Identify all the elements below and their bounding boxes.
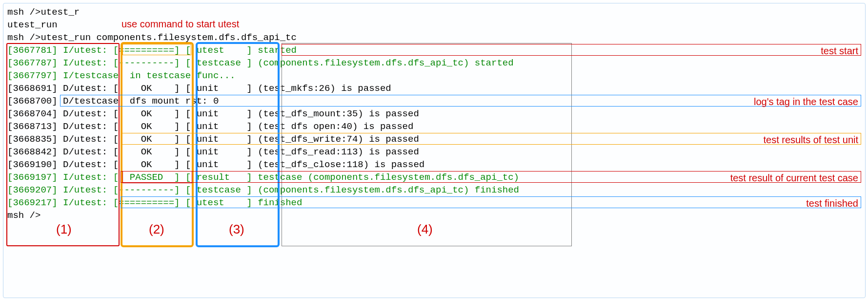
- prompt-line: msh />utest_r: [7, 6, 861, 19]
- col-label-1: (1): [56, 223, 72, 236]
- col-label-2: (2): [149, 223, 164, 236]
- col4-outline: [282, 43, 572, 246]
- annotation-start: test start: [821, 44, 858, 57]
- col3-outline: [196, 42, 280, 247]
- annotation-unit: test results of test unit: [763, 133, 858, 146]
- annotation-top: use command to start utest: [121, 18, 239, 30]
- terminal-frame: msh />utest_r utest_run msh />utest_run …: [3, 3, 866, 298]
- row-highlight-tag: [60, 95, 861, 107]
- annotation-finished: test finished: [806, 197, 858, 210]
- row-highlight-finished: [121, 196, 861, 208]
- col1-outline: [6, 43, 120, 246]
- col2-outline: [121, 42, 194, 247]
- status-highlight: [122, 44, 191, 55]
- annotation-result: test result of current test case: [730, 172, 858, 184]
- annotation-tag: log's tag in the test case: [754, 95, 858, 108]
- row-highlight-unit: [121, 133, 861, 145]
- col-label-4: (4): [417, 223, 433, 236]
- col-label-3: (3): [229, 223, 244, 236]
- row-highlight-start: [282, 44, 861, 56]
